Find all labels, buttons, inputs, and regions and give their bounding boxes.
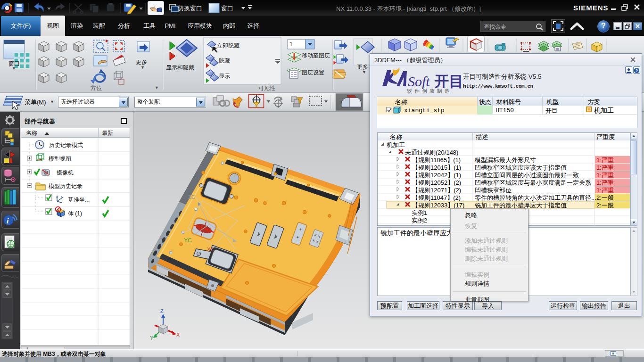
svg-text:Soft: Soft: [408, 74, 430, 89]
svg-text:开目: 开目: [434, 73, 463, 90]
svg-text:ZC: ZC: [188, 194, 195, 200]
svg-text:YC: YC: [184, 237, 192, 244]
svg-text:X: X: [176, 332, 180, 337]
svg-text:软件创新制造: 软件创新制造: [406, 88, 452, 94]
svg-text:i: i: [7, 216, 9, 225]
svg-text:Z: Z: [160, 308, 164, 314]
svg-text:Y: Y: [150, 335, 154, 341]
svg-text:XC: XC: [207, 247, 214, 252]
svg-text:?: ?: [636, 68, 638, 73]
